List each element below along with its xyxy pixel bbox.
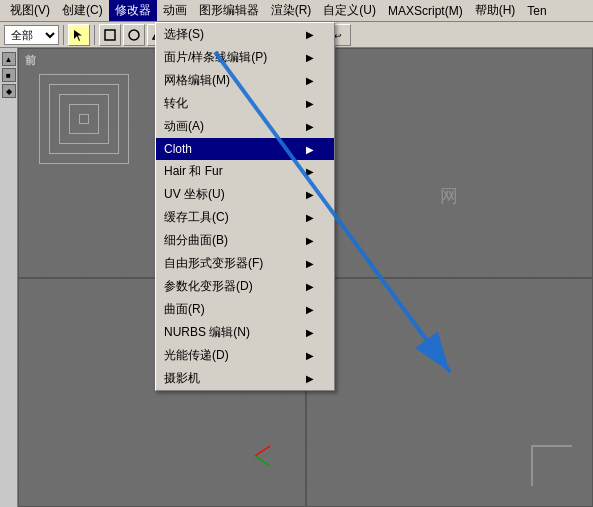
arrow-icon-1: ▶ <box>306 52 314 63</box>
arrow-icon-3: ▶ <box>306 98 314 109</box>
menu-item-radiosity[interactable]: 光能传递(D) ▶ <box>156 344 334 367</box>
menu-render[interactable]: 渲染(R) <box>265 0 318 21</box>
menu-item-uv[interactable]: UV 坐标(U) ▶ <box>156 183 334 206</box>
perspective-shape <box>522 436 582 496</box>
modifier-dropdown[interactable]: 选择(S) ▶ 面片/样条线编辑(P) ▶ 网格编辑(M) ▶ 转化 ▶ 动画(… <box>155 22 335 391</box>
menu-item-param-deform[interactable]: 参数化变形器(D) ▶ <box>156 275 334 298</box>
menu-animation[interactable]: 动画 <box>157 0 193 21</box>
arrow-icon-10: ▶ <box>306 258 314 269</box>
menu-item-mesh[interactable]: 网格编辑(M) ▶ <box>156 69 334 92</box>
arrow-icon-15: ▶ <box>306 373 314 384</box>
arrow-icon-8: ▶ <box>306 212 314 223</box>
menu-help[interactable]: 帮助(H) <box>469 0 522 21</box>
menu-graph-editor[interactable]: 图形编辑器 <box>193 0 265 21</box>
menu-item-surface[interactable]: 曲面(R) ▶ <box>156 298 334 321</box>
menu-item-convert[interactable]: 转化 ▶ <box>156 92 334 115</box>
menu-item-ffde[interactable]: 自由形式变形器(F) ▶ <box>156 252 334 275</box>
toolbar-separator-1 <box>63 25 64 45</box>
menu-item-camera[interactable]: 摄影机 ▶ <box>156 367 334 390</box>
grid-top <box>307 49 593 277</box>
toolbar-btn-1[interactable] <box>99 24 121 46</box>
svg-point-2 <box>129 30 139 40</box>
arrow-icon-0: ▶ <box>306 29 314 40</box>
menubar: 视图(V) 创建(C) 修改器 动画 图形编辑器 渲染(R) 自定义(U) MA… <box>0 0 593 22</box>
arrow-icon-9: ▶ <box>306 235 314 246</box>
menu-view[interactable]: 视图(V) <box>4 0 56 21</box>
svg-rect-1 <box>105 30 115 40</box>
menu-customize[interactable]: 自定义(U) <box>317 0 382 21</box>
filter-select[interactable]: 全部 <box>4 25 59 45</box>
menu-maxscript[interactable]: MAXScript(M) <box>382 2 469 20</box>
svg-line-13 <box>255 446 270 456</box>
arrow-icon-6: ▶ <box>306 166 314 177</box>
menu-item-animation[interactable]: 动画(A) ▶ <box>156 115 334 138</box>
menu-modifier[interactable]: 修改器 <box>109 0 157 21</box>
left-icon-2[interactable]: ■ <box>2 68 16 82</box>
arrow-icon-13: ▶ <box>306 327 314 338</box>
arrow-icon-4: ▶ <box>306 121 314 132</box>
menu-item-patch[interactable]: 面片/样条线编辑(P) ▶ <box>156 46 334 69</box>
select-tool-button[interactable] <box>68 24 90 46</box>
viewport-top[interactable]: 网 <box>306 48 594 278</box>
left-icon-1[interactable]: ▲ <box>2 52 16 66</box>
axis-widget <box>235 436 275 476</box>
menu-create[interactable]: 创建(C) <box>56 0 109 21</box>
menu-item-nurbs[interactable]: NURBS 编辑(N) ▶ <box>156 321 334 344</box>
menu-item-cache[interactable]: 缓存工具(C) ▶ <box>156 206 334 229</box>
arrow-icon-7: ▶ <box>306 189 314 200</box>
toolbar-separator-2 <box>94 25 95 45</box>
arrow-icon-2: ▶ <box>306 75 314 86</box>
menu-item-subdivision[interactable]: 细分曲面(B) ▶ <box>156 229 334 252</box>
menu-item-select[interactable]: 选择(S) ▶ <box>156 23 334 46</box>
menu-item-cloth[interactable]: Cloth ▶ <box>156 138 334 160</box>
menu-item-hair[interactable]: Hair 和 Fur ▶ <box>156 160 334 183</box>
arrow-icon-11: ▶ <box>306 281 314 292</box>
toolbar-btn-2[interactable] <box>123 24 145 46</box>
left-icon-3[interactable]: ◆ <box>2 84 16 98</box>
arrow-icon-14: ▶ <box>306 350 314 361</box>
arrow-icon-12: ▶ <box>306 304 314 315</box>
svg-marker-0 <box>74 30 82 41</box>
arrow-icon-5: ▶ <box>306 144 314 155</box>
viewport-perspective[interactable]: 透视 <box>306 278 594 508</box>
svg-text:↩: ↩ <box>334 31 342 41</box>
svg-line-14 <box>255 456 270 466</box>
svg-rect-10 <box>307 49 593 277</box>
left-panel: ▲ ■ ◆ <box>0 48 18 507</box>
menu-ten[interactable]: Ten <box>521 2 552 20</box>
viewport-label-front: 前 <box>25 53 36 68</box>
